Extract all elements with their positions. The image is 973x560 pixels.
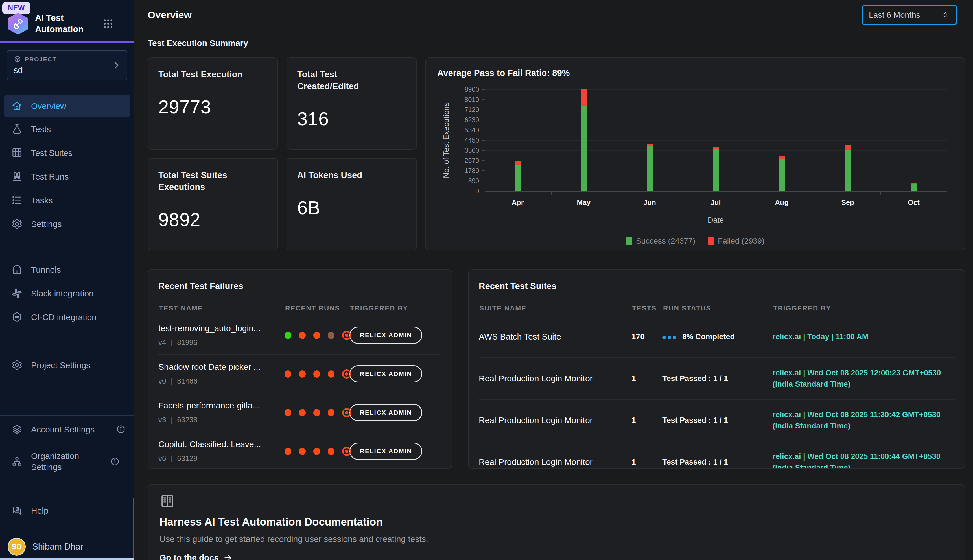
project-label: PROJECT bbox=[25, 56, 57, 63]
bar-sep-failed bbox=[845, 145, 851, 150]
sidebar-divider bbox=[0, 487, 134, 487]
gridline bbox=[485, 110, 947, 110]
y-tick-label: 0 bbox=[453, 187, 479, 195]
sidebar-item-settings[interactable]: Settings bbox=[0, 212, 134, 236]
sidebar-item-overview[interactable]: Overview bbox=[4, 95, 130, 117]
sidebar-item-tests[interactable]: Tests bbox=[0, 117, 134, 141]
bar-oct-success bbox=[911, 184, 917, 191]
run-dot-failed-icon bbox=[299, 332, 306, 339]
sidebar-bottom-scrollbar[interactable] bbox=[0, 558, 134, 560]
triggered-by-button[interactable]: RELICX ADMIN bbox=[350, 404, 422, 421]
suites-column-suite-name: SUITE NAME bbox=[479, 304, 632, 312]
suite-row[interactable]: Real Production Login Monitor1Test Passe… bbox=[479, 399, 955, 441]
sidebar-item-organization-settings[interactable]: Organization Settings bbox=[0, 445, 134, 478]
run-dot-aborted-icon bbox=[328, 332, 335, 339]
suites-column-run-status: RUN STATUS bbox=[663, 304, 773, 312]
triggered-by-button[interactable]: RELICX ADMIN bbox=[350, 443, 422, 460]
suites-column-triggered-by: TRIGGERED BY bbox=[773, 304, 955, 312]
info-icon[interactable] bbox=[110, 457, 120, 466]
sidebar-item-test-runs[interactable]: Test Runs bbox=[0, 165, 134, 188]
triggered-by-button[interactable]: RELICX ADMIN bbox=[350, 365, 422, 382]
docs-link[interactable]: Go to the docs bbox=[160, 553, 953, 560]
failure-run-id: 63238 bbox=[177, 415, 197, 424]
docs-title: Harness AI Test Automation Documentation bbox=[160, 516, 953, 528]
period-select-value: Last 6 Months bbox=[869, 10, 941, 20]
info-icon[interactable] bbox=[116, 425, 126, 434]
failure-row[interactable]: Copilot: Classified: Leave...v6|63129REL… bbox=[158, 432, 442, 468]
chevron-right-icon bbox=[112, 60, 121, 70]
sidebar-divider bbox=[0, 415, 134, 416]
suite-name: Real Production Login Monitor bbox=[479, 374, 631, 383]
run-dot-failed-icon bbox=[285, 448, 291, 455]
sidebar-item-tasks[interactable]: Tasks bbox=[0, 188, 134, 212]
columns-icon bbox=[11, 171, 23, 182]
bar-sep bbox=[845, 145, 851, 191]
apps-grid-icon[interactable] bbox=[102, 18, 114, 29]
cube-icon bbox=[13, 55, 22, 63]
legend-label: Success (24377) bbox=[636, 237, 695, 245]
triggered-by-button[interactable]: RELICX ADMIN bbox=[350, 327, 422, 344]
bar-jul-success bbox=[713, 149, 719, 191]
sidebar-item-label: Test Runs bbox=[31, 171, 126, 182]
failure-row[interactable]: test-removing_auto_login...v4|81996RELIC… bbox=[158, 316, 442, 354]
suite-row[interactable]: Real Production Login Monitor1Test Passe… bbox=[479, 441, 955, 468]
x-tick bbox=[617, 191, 617, 195]
sidebar-item-label: Tasks bbox=[31, 195, 126, 206]
suite-run-status: Test Passed : 1 / 1 bbox=[663, 374, 773, 383]
sidebar-accent-bar bbox=[0, 41, 134, 43]
recent-runs bbox=[285, 408, 350, 417]
legend-item: Failed (2939) bbox=[708, 237, 765, 245]
sidebar-item-ci-cd-integration[interactable]: CI-CD integration bbox=[0, 305, 134, 329]
period-select[interactable]: Last 6 Months bbox=[862, 5, 957, 25]
sidebar-item-label: Account Settings bbox=[31, 424, 108, 435]
suite-row[interactable]: AWS Batch Test Suite1708% Completedrelic… bbox=[479, 316, 955, 357]
summary-card-total-test-created-edited: Total Test Created/Edited316 bbox=[287, 57, 417, 150]
y-tick-label: 4450 bbox=[453, 137, 479, 144]
suite-tests-count: 170 bbox=[631, 332, 663, 341]
run-dot-failed-latest-icon bbox=[342, 370, 351, 378]
x-tick bbox=[683, 191, 683, 195]
y-tick bbox=[482, 89, 485, 90]
suites-column-tests: TESTS bbox=[632, 304, 663, 312]
gear-icon bbox=[11, 359, 23, 371]
flask-icon bbox=[11, 123, 23, 135]
failure-row[interactable]: Shadow root Date picker ...v0|81466RELIC… bbox=[158, 354, 442, 393]
failure-row[interactable]: Facets-performance-gitla...v3|63238RELIC… bbox=[158, 393, 442, 432]
sidebar-item-test-suites[interactable]: Test Suites bbox=[0, 141, 134, 165]
failure-name-cell: Copilot: Classified: Leave...v6|63129 bbox=[158, 440, 285, 463]
failure-test-name: Copilot: Classified: Leave... bbox=[158, 440, 285, 449]
run-dot-failed-icon bbox=[313, 332, 320, 339]
y-tick bbox=[482, 120, 485, 120]
failures-column-triggered-by: TRIGGERED BY bbox=[350, 304, 442, 312]
sidebar-item-slack-integration[interactable]: Slack integration bbox=[0, 282, 134, 305]
recent-test-failures-card: Recent Test Failures TEST NAMERECENT RUN… bbox=[148, 269, 452, 468]
x-tick-label: Oct bbox=[908, 198, 920, 207]
sidebar-item-help[interactable]: Help bbox=[0, 499, 134, 522]
failure-version: v4 bbox=[158, 338, 166, 347]
sidebar-item-tunnels[interactable]: Tunnels bbox=[0, 258, 134, 282]
suites-title: Recent Test Suites bbox=[479, 281, 955, 291]
y-tick-label: 8010 bbox=[453, 96, 479, 103]
user-menu[interactable]: SD Shibam Dhar bbox=[8, 538, 83, 555]
sidebar-item-label: CI-CD integration bbox=[31, 312, 126, 323]
run-dot-failed-latest-icon bbox=[342, 331, 351, 340]
failure-run-id: 63129 bbox=[177, 454, 197, 463]
sidebar-nav: OverviewTestsTest SuitesTest RunsTasksSe… bbox=[0, 95, 134, 522]
suite-row[interactable]: Real Production Login Monitor1Test Passe… bbox=[479, 357, 955, 399]
chart-legend: Success (24377)Failed (2939) bbox=[437, 237, 953, 245]
updown-chevron-icon bbox=[941, 10, 950, 20]
bar-apr bbox=[515, 161, 521, 191]
sidebar-item-project-settings[interactable]: Project Settings bbox=[0, 353, 134, 377]
bar-oct bbox=[911, 183, 917, 191]
suite-tests-count: 1 bbox=[631, 374, 663, 383]
bar-aug-failed bbox=[779, 157, 785, 159]
x-tick bbox=[815, 191, 815, 195]
bar-aug-success bbox=[779, 159, 785, 191]
project-selector[interactable]: PROJECT sd bbox=[7, 50, 127, 80]
bar-may-success bbox=[581, 105, 587, 191]
x-tick bbox=[880, 191, 881, 195]
y-tick bbox=[482, 170, 485, 171]
sidebar-item-account-settings[interactable]: Account Settings bbox=[0, 417, 134, 441]
arrow-right-icon bbox=[223, 553, 233, 560]
x-tick-label: Jul bbox=[710, 198, 721, 207]
